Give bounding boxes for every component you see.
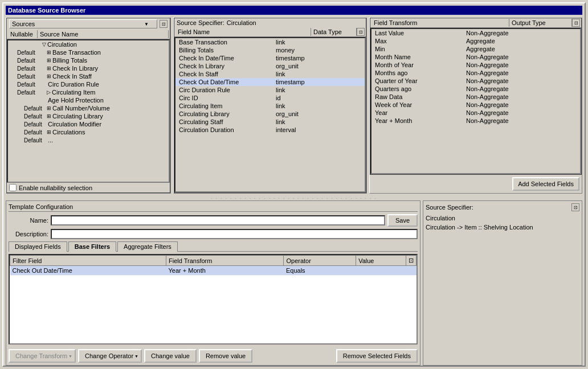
resize-filter-icon[interactable]: ⊡ (406, 256, 416, 266)
list-item[interactable]: Default ▷ Circulating Item (8, 88, 169, 96)
list-item[interactable]: Quarter of Year Non-Aggregate (371, 77, 580, 85)
resize-right-icon[interactable]: ⊡ (571, 203, 579, 211)
list-item[interactable]: Default Circ Duration Rule (8, 80, 169, 88)
sources-dropdown-label: Sources (12, 20, 35, 27)
resize-sources-icon[interactable]: ⊡ (160, 20, 168, 28)
description-label: Description: (9, 231, 48, 237)
list-item[interactable]: Check In Staff link (175, 70, 365, 78)
list-item[interactable]: Week of Year Non-Aggregate (371, 101, 580, 109)
list-item[interactable]: Default ⊞ Base Transaction (8, 48, 169, 56)
field-transform-cell: Year + Month (166, 266, 284, 276)
output-type-col-header: Output Type (509, 19, 572, 27)
list-item[interactable]: Check In Library org_unit (175, 62, 365, 70)
filter-field-col-header: Filter Field (10, 256, 166, 266)
list-item[interactable]: Months ago Non-Aggregate (371, 69, 580, 77)
filter-field-cell: Check Out Date/Time (10, 266, 166, 276)
transform-col-header: Field Transform (371, 19, 509, 27)
name-label: Name: (9, 217, 48, 224)
splitter[interactable]: · · · · · · · · · · · · · · · · · · · · … (6, 196, 582, 200)
list-item[interactable]: Max Aggregate (371, 37, 580, 45)
resize-transform-icon[interactable]: ⊡ (572, 19, 580, 27)
tab-aggregate-filters[interactable]: Aggregate Filters (117, 241, 178, 252)
table-row[interactable]: Check Out Date/Time Year + Month Equals (10, 266, 416, 276)
operator-cell: Equals (284, 266, 356, 276)
list-item[interactable]: Year + Month Non-Aggregate (371, 117, 580, 125)
list-item[interactable]: Default ⊞ Circulations (8, 128, 169, 136)
list-item[interactable]: Base Transaction link (175, 38, 365, 46)
list-item[interactable]: Billing Totals money (175, 46, 365, 54)
sources-dropdown[interactable]: Sources (9, 19, 157, 28)
resize-fields-icon[interactable]: ⊡ (357, 28, 365, 36)
value-cell (356, 266, 406, 276)
filter-table-container[interactable]: Filter Field Field Transform Operator Va… (9, 254, 418, 345)
tab-displayed-fields[interactable]: Displayed Fields (9, 241, 67, 252)
list-item[interactable]: Quarters ago Non-Aggregate (371, 85, 580, 93)
save-button[interactable]: Save (387, 214, 418, 227)
description-input[interactable] (51, 229, 418, 239)
list-item[interactable]: Default ... (8, 136, 169, 144)
change-operator-button[interactable]: Change Operator (78, 349, 142, 363)
source-specifier-label: Source Specifier: (177, 19, 224, 26)
list-item[interactable]: Year Non-Aggregate (371, 109, 580, 117)
list-item[interactable]: Raw Data Non-Aggregate (371, 93, 580, 101)
list-item[interactable]: Default ⊞ Circulating Library (8, 112, 169, 120)
list-item[interactable]: Check Out Date/Time timestamp (175, 78, 365, 86)
list-item[interactable]: Default ⊞ Billing Totals (8, 56, 169, 64)
list-item[interactable]: Circulating Library org_unit (175, 110, 365, 118)
list-item[interactable]: ▽ Circulation (8, 40, 169, 48)
sources-tree[interactable]: ▽ Circulation Default ⊞ Base Transaction… (7, 39, 170, 183)
remove-value-button[interactable]: Remove value (199, 349, 252, 363)
right-source-value1: Circulation (426, 214, 579, 223)
right-source-value2: Circulation -> Item :: Shelving Location (426, 223, 579, 232)
fields-list[interactable]: Base Transaction link Billing Totals mon… (174, 37, 366, 192)
tab-base-filters[interactable]: Base Filters (68, 241, 116, 252)
change-transform-button[interactable]: Change Transform (9, 349, 76, 363)
filter-table: Filter Field Field Transform Operator Va… (10, 255, 416, 276)
list-item[interactable]: Circulation Duration interval (175, 126, 365, 134)
list-item[interactable]: Circ ID id (175, 94, 365, 102)
field-name-col-header: Field Name (175, 28, 311, 36)
transform-list[interactable]: Last Value Non-Aggregate Max Aggregate M… (370, 28, 581, 174)
remove-selected-fields-button[interactable]: Remove Selected Fields (336, 349, 418, 363)
right-source-specifier-label: Source Specifier: (426, 204, 473, 211)
list-item[interactable]: Month Name Non-Aggregate (371, 53, 580, 61)
list-item[interactable]: Default ⊞ Check In Library (8, 64, 169, 72)
list-item[interactable]: Last Value Non-Aggregate (371, 29, 580, 37)
template-config-label: Template Configuration (9, 203, 418, 212)
data-type-col-header: Data Type (311, 28, 357, 36)
nullable-col-header: Nullable (8, 30, 38, 38)
nullability-checkbox[interactable] (9, 184, 17, 191)
list-item[interactable]: Age Hold Protection (8, 96, 169, 104)
name-input[interactable] (51, 215, 385, 226)
bottom-buttons: Change Transform Change Operator Change … (9, 349, 418, 363)
list-item[interactable]: Default ⊞ Call Number/Volume (8, 104, 169, 112)
list-item[interactable]: Circ Duration Rule link (175, 86, 365, 94)
list-item[interactable]: Default Circulation Modifier (8, 120, 169, 128)
list-item[interactable]: Default ⊞ Check In Staff (8, 72, 169, 80)
list-item[interactable]: Check In Date/Time timestamp (175, 54, 365, 62)
change-value-button[interactable]: Change value (144, 349, 197, 363)
source-name-col-header: Source Name (38, 30, 169, 38)
value-col-header: Value (356, 256, 406, 266)
source-specifier-value: Circulation (227, 19, 256, 26)
nullability-label: Enable nullability selection (19, 184, 92, 191)
tabs-row: Displayed Fields Base Filters Aggregate … (9, 241, 418, 252)
list-item[interactable]: Min Aggregate (371, 45, 580, 53)
list-item[interactable]: Circulating Staff link (175, 118, 365, 126)
list-item[interactable]: Month of Year Non-Aggregate (371, 61, 580, 69)
list-item[interactable]: Circulating Item link (175, 102, 365, 110)
add-selected-fields-button[interactable]: Add Selected Fields (512, 177, 579, 191)
operator-col-header: Operator (284, 256, 356, 266)
window-title: Database Source Browser (6, 6, 582, 15)
field-transform-col-header: Field Transform (166, 256, 284, 266)
